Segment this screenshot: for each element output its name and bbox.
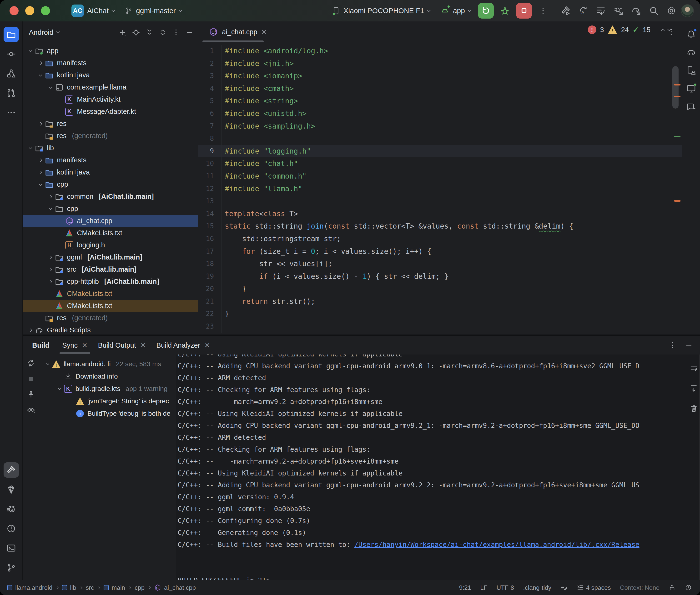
code-line-14[interactable]: 14 template<class T>	[198, 208, 682, 220]
error-stripe-mark[interactable]	[674, 84, 680, 85]
tree-expand-icon[interactable]	[39, 158, 42, 162]
scroll-to-end-icon[interactable]	[690, 384, 698, 393]
search-everywhere-icon[interactable]	[648, 5, 659, 16]
breadcrumb-item-cpp[interactable]: cpp	[135, 584, 145, 591]
code-line-23[interactable]: 23	[198, 320, 682, 333]
status-9-21[interactable]: 9:21	[459, 584, 471, 591]
code-line-1[interactable]: 1 #include <android/log.h>	[198, 45, 682, 57]
tree-item-mainactivity-kt[interactable]: KMainActivity.kt	[23, 93, 198, 106]
tool-strip-build-hammer[interactable]	[4, 462, 19, 478]
tree-item-messageadapter-kt[interactable]: KMessageAdapter.kt	[23, 106, 198, 118]
tree-item-app[interactable]: app	[23, 45, 198, 57]
code-line-22[interactable]: 22 }	[198, 308, 682, 320]
more-run-actions-button[interactable]	[536, 4, 550, 18]
collapse-all-icon[interactable]	[159, 28, 167, 36]
tool-strip-terminal[interactable]	[4, 540, 19, 556]
status--clang-tidy[interactable]: .clang-tidy	[523, 584, 551, 591]
add-icon[interactable]	[119, 28, 127, 36]
tool-strip-structure[interactable]	[4, 66, 19, 81]
build-tab-sync[interactable]: Sync✕	[57, 336, 93, 355]
code-editor[interactable]: 1 #include <android/log.h> 2 #include <j…	[198, 42, 682, 335]
build-tree-item[interactable]: iBuildType 'debug' is both de	[39, 407, 176, 420]
status-utf-8[interactable]: UTF-8	[497, 584, 514, 591]
tree-expand-icon[interactable]	[49, 195, 52, 198]
tree-item-gradle-scripts[interactable]: Gradle Scripts	[23, 324, 198, 335]
breadcrumb-item-ai-chat-cpp[interactable]: C++ai_chat.cpp	[154, 584, 196, 591]
code-line-21[interactable]: 21 return str.str();	[198, 295, 682, 308]
status-unlock[interactable]	[669, 584, 676, 591]
code-line-12[interactable]: 12 #include "llama.h"	[198, 182, 682, 195]
tree-item-cpp[interactable]: cpp	[23, 178, 198, 191]
build-hammer-run-icon[interactable]	[560, 5, 571, 16]
tree-item-cmakelists-txt[interactable]: CMakeLists.txt	[23, 288, 198, 300]
tree-expand-icon[interactable]	[49, 280, 52, 283]
editor-scrollbar[interactable]	[669, 45, 682, 335]
tool-strip-pull-requests[interactable]	[4, 85, 19, 101]
tool-strip-notifications-bell[interactable]	[684, 27, 698, 41]
tree-item-com-example-llama[interactable]: com.example.llama	[23, 81, 198, 93]
profiler-icon[interactable]	[596, 5, 606, 16]
tree-item-cpp[interactable]: cpp	[23, 203, 198, 215]
build-tree-item[interactable]: Kbuild.gradle.ktsapp 1 warning	[39, 382, 176, 395]
build-tab-build-output[interactable]: Build Output✕	[93, 336, 151, 355]
status-inspections-status[interactable]	[685, 584, 692, 591]
code-line-2[interactable]: 2 #include <jni.h>	[198, 57, 682, 70]
code-line-9[interactable]: 9 #include "logging.h"	[198, 145, 682, 158]
minimize-window-button[interactable]	[25, 6, 34, 15]
gradle-sync-icon[interactable]	[631, 5, 641, 16]
settings-gear-icon[interactable]	[666, 5, 677, 16]
tool-strip-app-quality-insights[interactable]	[4, 482, 19, 497]
tree-expand-icon[interactable]	[49, 255, 52, 259]
error-stripe-mark[interactable]	[674, 96, 680, 97]
tree-item-lib[interactable]: lib	[23, 142, 198, 154]
project-widget[interactable]: AC AiChat	[68, 3, 117, 19]
build-tab-build-analyzer[interactable]: Build Analyzer✕	[151, 336, 215, 355]
tool-strip-commit[interactable]	[4, 47, 19, 62]
tree-item-cpp-httplib[interactable]: cpp-httplib [AiChat.lib.main]	[23, 276, 198, 288]
user-avatar[interactable]	[681, 4, 694, 17]
breadcrumb-item-llama-android[interactable]: llama.android	[7, 584, 52, 591]
tree-item-res[interactable]: res	[23, 118, 198, 130]
breadcrumb-item-src[interactable]: src	[86, 584, 94, 591]
build-tree-item[interactable]: !'jvmTarget: String' is deprec	[39, 395, 176, 407]
refresh-icon[interactable]	[27, 359, 35, 367]
tree-item-manifests[interactable]: manifests	[23, 154, 198, 166]
tree-item-kotlin-java[interactable]: kotlin+java	[23, 69, 198, 81]
code-line-4[interactable]: 4 #include <cmath>	[198, 82, 682, 95]
status-formatter[interactable]	[560, 584, 567, 591]
pin-icon[interactable]	[27, 390, 35, 399]
locate-file-icon[interactable]	[132, 28, 140, 36]
run-configuration-selector[interactable]: app	[437, 4, 474, 18]
prev-problem-icon[interactable]	[661, 29, 665, 32]
tree-collapse-icon[interactable]	[39, 182, 42, 186]
vcs-branch-widget[interactable]: ggml-master	[122, 5, 185, 17]
tool-strip-project-folder[interactable]	[4, 27, 19, 42]
close-tab-icon[interactable]: ✕	[140, 341, 146, 349]
close-tab-icon[interactable]: ✕	[82, 341, 87, 349]
code-line-6[interactable]: 6 #include <unistd.h>	[198, 107, 682, 120]
device-selector[interactable]: Xiaomi POCOPHONE F1	[329, 4, 433, 17]
tree-collapse-icon[interactable]	[29, 49, 32, 52]
tree-item-common[interactable]: common [AiChat.lib.main]	[23, 191, 198, 203]
stop-app-button[interactable]	[516, 3, 532, 19]
tree-item-src[interactable]: src [AiChat.lib.main]	[23, 263, 198, 276]
code-line-18[interactable]: 18 str << values[i];	[198, 258, 682, 270]
next-problem-icon[interactable]	[667, 27, 671, 31]
tree-item-cmakelists-txt[interactable]: CMakeLists.txt	[23, 227, 198, 239]
console-scrollbar[interactable]	[699, 355, 700, 580]
tree-collapse-icon[interactable]	[49, 206, 52, 210]
tree-item-logging-h[interactable]: Hlogging.h	[23, 239, 198, 251]
code-line-10[interactable]: 10 #include "chat.h"	[198, 158, 682, 170]
tool-strip-more-toolwindows[interactable]	[4, 105, 19, 120]
tree-collapse-icon[interactable]	[29, 146, 32, 149]
build-tree-item[interactable]: Download info	[39, 370, 176, 382]
tree-expand-icon[interactable]	[29, 328, 32, 332]
tree-item-cmakelists-txt[interactable]: CMakeLists.txt	[23, 300, 198, 312]
tree-collapse-icon[interactable]	[58, 387, 61, 390]
tree-item-res[interactable]: res (generated)	[23, 312, 198, 324]
tree-collapse-icon[interactable]	[49, 85, 52, 88]
sync-apply-icon[interactable]: A	[578, 5, 589, 16]
code-line-16[interactable]: 16 std::ostringstream str;	[198, 233, 682, 245]
build-tree-item[interactable]: !llama.android: fi22 sec, 583 ms	[39, 358, 176, 370]
tree-item-ai-chat-cpp[interactable]: C++ai_chat.cpp	[23, 215, 198, 227]
